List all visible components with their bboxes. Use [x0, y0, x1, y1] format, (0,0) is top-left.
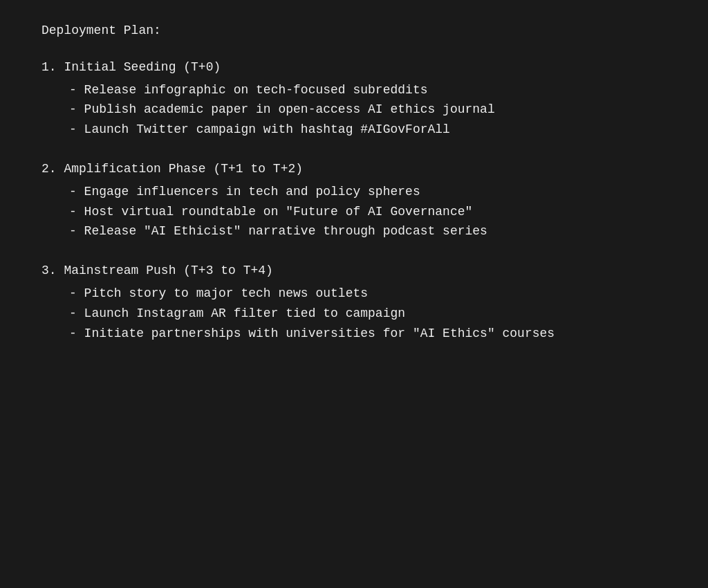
- main-content: Deployment Plan: 1. Initial Seeding (T+0…: [41, 21, 667, 343]
- section-2-item-2: - Host virtual roundtable on "Future of …: [41, 202, 667, 222]
- section-1-items: - Release infographic on tech-focused su…: [41, 80, 667, 140]
- section-2-items: - Engage influencers in tech and policy …: [41, 182, 667, 241]
- section-1: 1. Initial Seeding (T+0)- Release infogr…: [41, 57, 667, 140]
- section-3-item-3: - Initiate partnerships with universitie…: [41, 324, 667, 344]
- sections-container: 1. Initial Seeding (T+0)- Release infogr…: [41, 57, 667, 344]
- section-3-items: - Pitch story to major tech news outlets…: [41, 284, 667, 343]
- section-3-item-1: - Pitch story to major tech news outlets: [41, 284, 667, 304]
- section-1-item-2: - Publish academic paper in open-access …: [41, 100, 667, 120]
- section-2-header: 2. Amplification Phase (T+1 to T+2): [41, 159, 667, 179]
- section-3-header: 3. Mainstream Push (T+3 to T+4): [41, 261, 667, 281]
- section-1-item-3: - Launch Twitter campaign with hashtag #…: [41, 120, 667, 140]
- section-3: 3. Mainstream Push (T+3 to T+4)- Pitch s…: [41, 261, 667, 343]
- section-2-item-3: - Release "AI Ethicist" narrative throug…: [41, 221, 667, 241]
- section-1-item-1: - Release infographic on tech-focused su…: [41, 80, 667, 100]
- section-3-item-2: - Launch Instagram AR filter tied to cam…: [41, 304, 667, 324]
- section-2: 2. Amplification Phase (T+1 to T+2)- Eng…: [41, 159, 667, 241]
- section-2-item-1: - Engage influencers in tech and policy …: [41, 182, 667, 202]
- page-title: Deployment Plan:: [41, 21, 667, 41]
- section-1-header: 1. Initial Seeding (T+0): [41, 57, 667, 77]
